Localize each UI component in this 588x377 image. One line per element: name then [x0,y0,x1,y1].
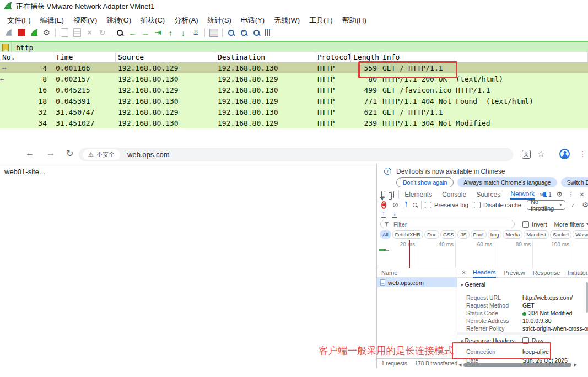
import-har-icon[interactable]: ↑ [381,210,386,218]
security-chip[interactable]: ⚠ 不安全 [83,149,120,160]
more-tabs-icon[interactable]: » [540,190,543,198]
open-file-icon[interactable] [58,27,70,39]
preserve-log-checkbox[interactable]: Preserve log [425,202,468,208]
close-file-icon[interactable]: × [84,27,95,39]
reload-file-icon[interactable]: ↻ [96,27,108,39]
column-length[interactable]: Length [351,52,380,62]
packet-row[interactable]: 18 0.045391 192.168.80.130 192.168.80.12… [0,95,588,106]
zoom-reset-icon[interactable] [251,27,262,39]
response-headers-section-header[interactable]: ▾Response Headers [461,337,514,344]
browser-menu-kebab-icon[interactable]: ⋮ [579,149,586,158]
menu-analyze[interactable]: 分析(A) [174,15,198,25]
clear-network-icon[interactable]: ⊘ [392,201,398,208]
console-message-icon[interactable] [543,192,546,197]
dont-show-again-button[interactable]: Don't show again [396,177,454,187]
pill-font[interactable]: Font [471,230,487,239]
menu-file[interactable]: 文件(F) [7,15,31,25]
pill-wasm[interactable]: Wasm [573,230,588,239]
pill-js[interactable]: JS [457,230,469,239]
devtools-kebab-icon[interactable]: ⋮ [568,190,575,198]
forward-icon[interactable]: → [46,148,55,158]
network-filter-input[interactable] [392,220,494,228]
next-packet-icon[interactable]: → [139,27,151,39]
column-no[interactable]: No. [0,52,53,62]
column-time[interactable]: Time [53,52,116,62]
devtools-settings-icon[interactable]: ⚙ [556,190,563,198]
pill-all[interactable]: All [380,230,391,239]
throttling-select[interactable]: No throttling ▾ [527,200,565,210]
stop-capture-icon[interactable] [15,27,27,39]
menu-statistics[interactable]: 统计(S) [207,15,231,25]
packet-row[interactable]: 34 31.451027 192.168.80.130 192.168.80.1… [0,117,588,128]
tab-sources[interactable]: Sources [476,189,500,200]
start-capture-icon[interactable] [3,27,14,39]
scroll-up-icon[interactable]: ▲ [585,272,588,276]
pill-img[interactable]: Img [488,230,502,239]
switch-devtools-button[interactable]: Switch DevTools to Chi [561,177,588,187]
tab-console[interactable]: Console [442,189,466,200]
menu-capture[interactable]: 捕获(C) [141,15,165,25]
menu-wireless[interactable]: 无线(W) [274,15,300,25]
column-destination[interactable]: Destination [215,52,315,62]
network-timeline[interactable]: 20 ms 40 ms 60 ms 80 ms 100 ms [377,240,588,268]
last-packet-icon[interactable]: ↓ [177,27,189,39]
close-details-icon[interactable]: × [462,269,466,277]
profile-avatar-icon[interactable] [559,149,570,159]
find-packet-icon[interactable] [114,27,126,39]
horizontal-scrollbar[interactable]: ◀ ▶ [458,362,585,367]
packet-row[interactable]: →4 0.001166 192.168.80.129 192.168.80.13… [0,62,588,73]
name-column-header[interactable]: Name [377,268,457,278]
network-search-icon[interactable] [413,203,417,207]
scroll-right-icon[interactable]: ▶ [574,363,576,367]
colorize-icon[interactable] [208,27,219,39]
invert-checkbox[interactable]: Invert [522,221,547,228]
packet-row[interactable]: 32 31.450747 192.168.80.129 192.168.80.1… [0,106,588,117]
tab-response[interactable]: Response [533,268,560,278]
packet-row[interactable]: ←8 0.002157 192.168.80.130 192.168.80.12… [0,73,588,84]
general-section-header[interactable]: ▾General [461,281,485,288]
menu-view[interactable]: 视图(V) [73,15,97,25]
reload-icon[interactable]: ↻ [66,148,73,159]
filter-bookmark-icon[interactable] [0,42,12,53]
request-row-selected[interactable]: web.ops.com [377,278,457,287]
zoom-out-icon[interactable] [238,27,250,39]
save-file-icon[interactable] [71,27,83,39]
pill-socket[interactable]: Socket [550,230,571,239]
goto-packet-icon[interactable]: ⇥ [152,27,164,39]
menu-help[interactable]: 帮助(H) [342,15,366,25]
raw-checkbox[interactable]: Raw [522,337,543,344]
network-conditions-icon[interactable] [572,203,574,207]
translate-icon[interactable]: 文 [522,150,531,159]
match-language-button[interactable]: Always match Chrome's language [457,177,557,187]
previous-packet-icon[interactable]: ← [127,27,138,39]
packet-row[interactable]: 16 0.045215 192.168.80.129 192.168.80.13… [0,84,588,95]
pill-doc[interactable]: Doc [424,230,439,239]
restart-capture-icon[interactable] [28,27,40,39]
resize-columns-icon[interactable] [263,27,275,39]
network-settings-icon[interactable]: ⚙ [582,201,588,209]
menu-tools[interactable]: 工具(T) [309,15,333,25]
capture-options-icon[interactable]: ⚙ [41,27,52,39]
pill-media[interactable]: Media [503,230,522,239]
zoom-in-icon[interactable] [225,27,237,39]
devtools-close-icon[interactable]: × [580,190,584,199]
network-filter-input-box[interactable] [380,220,515,228]
back-icon[interactable]: ← [25,148,34,158]
first-packet-icon[interactable]: ↑ [165,27,176,39]
more-filters-button[interactable]: More filters ▾ [554,221,588,228]
menu-go[interactable]: 跳转(G) [106,15,131,25]
disable-cache-checkbox[interactable]: Disable cache [474,202,521,208]
column-info[interactable]: Info [380,52,588,62]
address-bar[interactable]: ⚠ 不安全 web.ops.com [79,148,513,161]
menu-edit[interactable]: 编辑(E) [40,15,64,25]
column-protocol[interactable]: Protocol [315,52,351,62]
inspect-element-icon[interactable] [381,191,385,198]
device-toolbar-icon[interactable] [391,191,394,198]
display-filter-input[interactable] [15,43,238,52]
tab-headers[interactable]: Headers [473,268,496,278]
bookmark-star-icon[interactable]: ☆ [537,149,544,159]
column-source[interactable]: Source [116,52,215,62]
menu-telephony[interactable]: 电话(Y) [241,15,265,25]
filter-funnel-icon[interactable] [405,202,407,208]
tab-preview[interactable]: Preview [504,268,525,278]
